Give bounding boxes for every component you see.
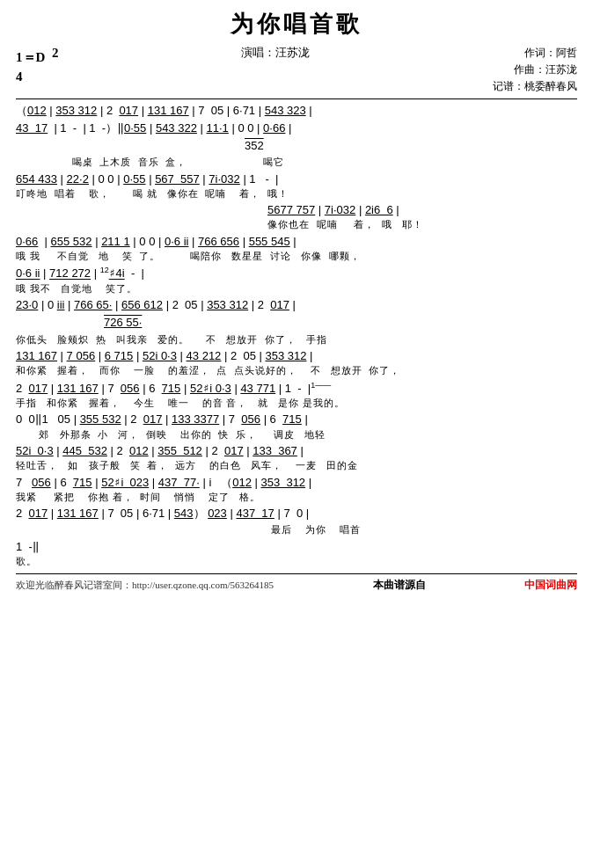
score-row-5: 0·6 ii | 712 272 | 12♯4i - | 哦 我不 自觉地 笑了… <box>16 265 577 295</box>
credits: 作词：阿哲 作曲：汪苏泷 记谱：桃委醉春风 <box>493 45 577 96</box>
notation-3: 654 433 | 22·2 | 0 0 | 0·55 | 567 557 | … <box>16 171 577 187</box>
key-label: 1＝D <box>16 50 45 64</box>
score-row-6b: 726 55· <box>16 315 577 331</box>
score-row-3b: 5677 757 | 7i·032 | 2i6 6 | 像你也在 呢喃 着， 哦… <box>16 202 577 232</box>
lyric-8: 手指 和你紧 握着， 今生 唯一 的音 音， 就 是你 是我的。 <box>16 397 577 410</box>
footer-right: 中国词曲网 <box>524 578 577 593</box>
score-row-13: 1 -‖ 歌。 <box>16 539 577 569</box>
notation-12: 2 017 | 131 167 | 7 05 | 6·71 | 543） 023… <box>16 506 577 522</box>
lyricist-name: 阿哲 <box>556 47 577 59</box>
score-row-6-lyric: 你低头 脸颊炽 热 叫我亲 爱的。 不 想放开 你了， 手指 <box>16 333 577 346</box>
notation-2: 43 17 | 1 - | 1 -）‖0·55 | 543 322 | 11·1… <box>16 120 577 136</box>
footer: 欢迎光临醉春风记谱室间：http://user.qzone.qq.com/563… <box>16 573 577 593</box>
score-row-6: 23·0 | 0 iii | 766 65· | 656 612 | 2 05 … <box>16 297 577 313</box>
notation-11: 7 056 | 6 715 | 52♯i 023 | 437 77· | i （… <box>16 475 577 491</box>
composer-label: 作曲： <box>514 63 545 76</box>
score-row-12: 2 017 | 131 167 | 7 05 | 6·71 | 543） 023… <box>16 506 577 522</box>
performer-info: 演唱：汪苏泷 <box>241 45 310 61</box>
lyric-9: 郊 外那条 小 河， 倒映 出你的 快 乐， 调皮 地轻 <box>16 428 577 441</box>
score-row-10: 52i 0·3 | 445 532 | 2 012 | 355 512 | 2 … <box>16 443 577 473</box>
notation-2b: 352 <box>16 138 577 154</box>
score-row-11: 7 056 | 6 715 | 52♯i 023 | 437 77· | i （… <box>16 475 577 505</box>
lyric-13: 歌。 <box>16 555 577 568</box>
lyric-12: 最后 为你 唱首 <box>16 523 577 536</box>
lyric-7: 和你紧 握着， 而你 一脸 的羞涩， 点 点头说好的， 不 想放开 你了， <box>16 364 577 377</box>
composer-name: 汪苏泷 <box>545 63 577 76</box>
footer-mid: 本曲谱源自 <box>373 578 426 593</box>
lyric-11: 我紧 紧把 你抱 着， 时间 悄悄 定了 格。 <box>16 491 577 504</box>
lyric-3: 叮咚地 唱着 歌， 喝 就 像你在 呢喃 着， 哦！ <box>16 187 577 201</box>
lyric-3b: 像你也在 呢喃 着， 哦 耶！ <box>16 218 577 231</box>
transcriber-label: 记谱： <box>493 80 524 92</box>
score-row-12-lyric: 最后 为你 唱首 <box>16 523 577 536</box>
top-divider <box>16 98 577 99</box>
song-title: 为你唱首歌 <box>16 9 577 40</box>
score-row-7: 131 167 | 7 056 | 6 715 | 52i 0·3 | 43 2… <box>16 348 577 378</box>
score-row-4: 0·66 | 655 532 | 211 1 | 0 0 | 0·6 ii | … <box>16 234 577 264</box>
lyric-2: 喝桌 上木质 音乐 盒， 喝它 <box>16 156 577 169</box>
notation-9: 0 0‖1 05 | 355 532 | 2 017 | 133 3377 | … <box>16 412 577 427</box>
transcriber-name: 桃委醉春风 <box>524 80 577 92</box>
meta-row: 1＝D 2 4 演唱：汪苏泷 作词：阿哲 作曲：汪苏泷 记谱：桃委醉春风 <box>16 45 577 96</box>
lyric-5: 哦 我不 自觉地 笑了。 <box>16 282 577 295</box>
score-block: （012 | 353 312 | 2 017 | 131 167 | 7 05 … <box>16 103 577 569</box>
lyricist-label: 作词： <box>524 47 556 59</box>
key-time: 1＝D 2 4 <box>16 45 59 81</box>
notation-1: （012 | 353 312 | 2 017 | 131 167 | 7 05 … <box>16 103 577 119</box>
notation-10: 52i 0·3 | 445 532 | 2 012 | 355 512 | 2 … <box>16 443 577 459</box>
footer-left: 欢迎光临醉春风记谱室间：http://user.qzone.qq.com/563… <box>16 579 274 592</box>
notation-5: 0·6 ii | 712 272 | 12♯4i - | <box>16 265 577 282</box>
score-row-1: （012 | 353 312 | 2 017 | 131 167 | 7 05 … <box>16 103 577 119</box>
performer-name: 汪苏泷 <box>275 46 310 59</box>
notation-6: 23·0 | 0 iii | 766 65· | 656 612 | 2 05 … <box>16 297 577 313</box>
page-container: 为你唱首歌 1＝D 2 4 演唱：汪苏泷 作词：阿哲 作曲：汪苏泷 记谱：桃委醉… <box>16 9 577 593</box>
score-row-9: 0 0‖1 05 | 355 532 | 2 017 | 133 3377 | … <box>16 412 577 441</box>
lyric-4: 哦 我 不自觉 地 笑 了。 喝陪你 数星星 讨论 你像 哪颗， <box>16 250 577 263</box>
notation-3b: 5677 757 | 7i·032 | 2i6 6 | <box>16 202 577 218</box>
score-row-2-lyric: 喝桌 上木质 音乐 盒， 喝它 <box>16 156 577 169</box>
score-row-3: 654 433 | 22·2 | 0 0 | 0·55 | 567 557 | … <box>16 171 577 201</box>
notation-7: 131 167 | 7 056 | 6 715 | 52i 0·3 | 43 2… <box>16 348 577 364</box>
notation-8: 2 017 | 131 167 | 7 056 | 6 715 | 52♯i 0… <box>16 380 577 398</box>
score-row-2b: 352 <box>16 138 577 154</box>
performer-label: 演唱： <box>241 46 275 59</box>
notation-6b: 726 55· <box>16 315 577 331</box>
lyric-6: 你低头 脸颊炽 热 叫我亲 爱的。 不 想放开 你了， 手指 <box>16 333 577 346</box>
notation-13: 1 -‖ <box>16 539 577 555</box>
lyric-10: 轻吐舌， 如 孩子般 笑 着， 远方 的白色 风车， 一麦 田的金 <box>16 459 577 472</box>
score-row-2: 43 17 | 1 - | 1 -）‖0·55 | 543 322 | 11·1… <box>16 120 577 136</box>
score-row-8: 2 017 | 131 167 | 7 056 | 6 715 | 52♯i 0… <box>16 380 577 411</box>
notation-4: 0·66 | 655 532 | 211 1 | 0 0 | 0·6 ii | … <box>16 234 577 250</box>
